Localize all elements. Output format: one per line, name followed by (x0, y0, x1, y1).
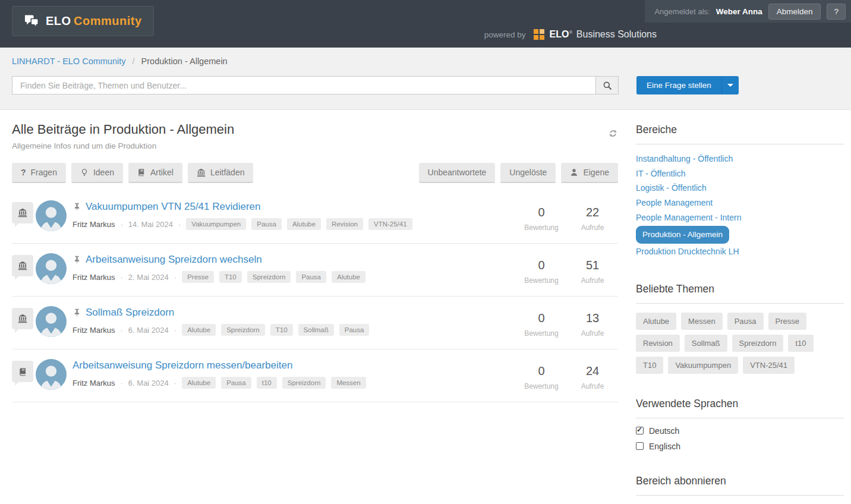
avatar[interactable] (36, 253, 67, 284)
post-title-link[interactable]: Arbeitsanweisung Spreizdorn wechseln (86, 254, 262, 266)
views-stat: 51 Aufrufe (567, 259, 618, 285)
sidebar-area-people-management-intern[interactable]: People Management - Intern (636, 213, 741, 222)
powered-by: powered by ELO® Business Solutions (484, 29, 657, 40)
topic-tag[interactable]: Alutube (636, 313, 676, 330)
breadcrumb: LINHARDT - ELO Community / Produktion - … (12, 56, 839, 66)
filter-artikel[interactable]: Artikel (128, 163, 182, 183)
chevron-down-icon (727, 84, 733, 87)
language-option-deutsch[interactable]: Deutsch (636, 426, 844, 436)
ask-question-label: Eine Frage stellen (636, 76, 721, 94)
avatar[interactable] (36, 306, 67, 337)
post-tag[interactable]: Spreizdorn (221, 324, 265, 336)
search-button[interactable] (595, 76, 619, 94)
bank-icon (18, 261, 27, 270)
post-type-badge (12, 255, 33, 276)
filter-leitfaeden[interactable]: Leitfäden (188, 163, 254, 183)
post-type-badge (12, 202, 33, 223)
checkbox-unchecked-icon[interactable] (636, 442, 644, 450)
post-tag[interactable]: Vakuumpumpen (186, 218, 246, 230)
refresh-button[interactable] (608, 128, 618, 150)
filter-unbeantwortete[interactable]: Unbeantwortete (419, 163, 496, 183)
post-tag[interactable]: Alutube (182, 377, 216, 389)
elo-squares-logo (534, 29, 544, 40)
topic-tag[interactable]: Messen (681, 313, 723, 330)
post-tag[interactable]: VTN-25/41 (368, 218, 412, 230)
post-tag[interactable]: Presse (182, 271, 214, 283)
language-option-englisch[interactable]: Englisch (636, 442, 844, 451)
post-tag[interactable]: Alutube (287, 218, 321, 230)
post-tag[interactable]: Revision (326, 218, 363, 230)
views-count: 51 (567, 259, 618, 272)
help-button[interactable]: ? (827, 4, 846, 20)
topic-tag[interactable]: Spreizdorn (732, 335, 784, 352)
post-tag[interactable]: T10 (270, 324, 293, 336)
sidebar-area-instandhaltung[interactable]: Instandhaltung - Öffentlich (636, 154, 733, 163)
checkbox-checked-icon[interactable] (636, 427, 644, 434)
post-author-link[interactable]: Fritz Markus (73, 326, 115, 335)
views-count: 22 (567, 206, 618, 219)
bank-icon (18, 314, 27, 323)
post-tag[interactable]: Spreizdorn (247, 271, 291, 283)
topic-tag[interactable]: T10 (636, 357, 663, 374)
rating-count: 0 (516, 259, 567, 272)
avatar[interactable] (36, 200, 67, 231)
breadcrumb-root-link[interactable]: LINHARDT - ELO Community (12, 56, 126, 66)
views-stat: 22 Aufrufe (567, 206, 618, 232)
subscribe-section: Bereich abonnieren Abonnieren Abonnieren… (636, 473, 844, 504)
sidebar-area-logistik[interactable]: Logistik - Öffentlich (636, 183, 707, 193)
filter-ungeloeste[interactable]: Ungelöste (500, 163, 556, 183)
rating-label: Bewertung (516, 276, 567, 285)
sidebar-area-it[interactable]: IT - Öffentlich (636, 169, 686, 178)
logo-text-community: Community (74, 14, 142, 27)
topic-tag[interactable]: t10 (788, 335, 813, 352)
rating-stat: 0 Bewertung (516, 259, 567, 285)
question-icon: ? (21, 168, 26, 177)
topic-tag[interactable]: Pausa (727, 313, 764, 330)
filter-fragen[interactable]: ? Fragen (12, 163, 66, 183)
post-tag[interactable]: t10 (257, 377, 277, 389)
ask-question-button[interactable]: Eine Frage stellen (636, 76, 739, 94)
topic-tag[interactable]: Sollmaß (685, 335, 727, 352)
avatar[interactable] (36, 359, 67, 390)
topic-tag[interactable]: Revision (636, 335, 680, 352)
logout-button[interactable]: Abmelden (768, 4, 821, 20)
post-tag[interactable]: T10 (219, 271, 242, 283)
sidebar-area-produktion-allgemein-active[interactable]: Produktion - Allgemein (636, 226, 729, 244)
post-title-link[interactable]: Sollmaß Spreizdorn (86, 307, 174, 319)
search-input[interactable] (12, 76, 595, 94)
meta-separator: · (174, 326, 176, 335)
post-tag[interactable]: Spreizdorn (282, 377, 326, 389)
post-tag[interactable]: Sollmaß (298, 324, 334, 336)
sidebar-area-people-management[interactable]: People Management (636, 198, 713, 207)
post-author-link[interactable]: Fritz Markus (73, 379, 115, 388)
breadcrumb-separator: / (133, 56, 135, 66)
post-title-link[interactable]: Arbeitsanweisung Spreizdorn messen/bearb… (73, 360, 292, 371)
post-tag[interactable]: Alutube (182, 324, 216, 336)
post-tag[interactable]: Alutube (332, 271, 365, 283)
rating-label: Bewertung (516, 329, 567, 338)
post-title-link[interactable]: Vakuumpumpen VTN 25/41 Revidieren (86, 201, 261, 213)
topic-tag[interactable]: VTN-25/41 (743, 357, 795, 374)
app-logo[interactable]: ELO Community (12, 6, 154, 36)
topic-tag[interactable]: Presse (768, 313, 806, 330)
sidebar-area-produktion-drucktechnik[interactable]: Produktion Drucktechnik LH (636, 247, 739, 256)
post-tag[interactable]: Pausa (296, 271, 326, 283)
post-author-link[interactable]: Fritz Markus (73, 220, 115, 229)
refresh-icon (608, 128, 618, 138)
filter-bar: ? Fragen Ideen Artikel Leitfäden (12, 163, 618, 183)
post-tag[interactable]: Pausa (339, 324, 370, 336)
post-date: 2. Mai 2024 (128, 273, 169, 282)
post-row: Sollmaß Spreizdorn Fritz Markus · 6. Mai… (12, 297, 618, 349)
meta-separator: · (178, 220, 181, 229)
areas-section: Bereiche Instandhaltung - Öffentlich IT … (636, 122, 844, 259)
post-tag[interactable]: Pausa (221, 377, 251, 389)
brand-business-solutions: Business Solutions (576, 29, 657, 39)
filter-ideen[interactable]: Ideen (71, 163, 123, 183)
post-tag[interactable]: Pausa (251, 218, 282, 230)
meta-separator: · (174, 273, 176, 282)
topic-tag[interactable]: Vakuumpumpen (668, 357, 738, 374)
post-author-link[interactable]: Fritz Markus (73, 273, 115, 282)
ask-question-dropdown[interactable] (721, 76, 739, 94)
filter-eigene[interactable]: Eigene (561, 163, 618, 183)
post-tag[interactable]: Messen (331, 377, 365, 389)
